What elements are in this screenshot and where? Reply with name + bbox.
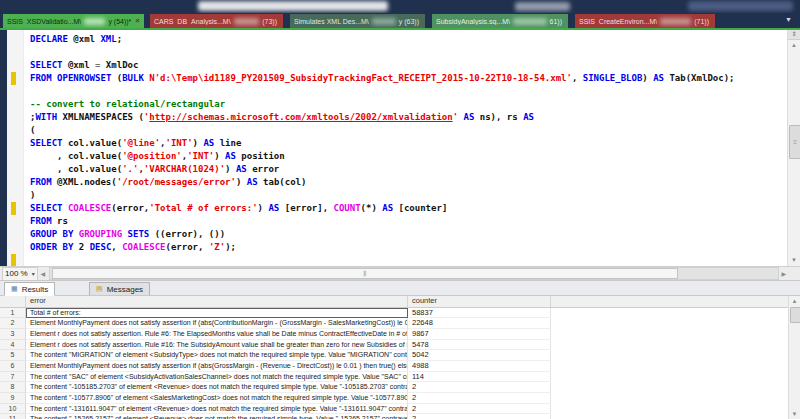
error-cell[interactable]: Element r does not satisfy assertion. Ru… [26, 340, 408, 351]
redacted-text [372, 18, 396, 25]
error-column-header[interactable]: error [26, 296, 408, 307]
document-tab-2[interactable]: CARS_DB_Analysis...M\(73)) [150, 14, 283, 28]
row-number-cell[interactable]: 4 [0, 340, 26, 351]
error-cell[interactable]: Element r does not satisfy assertion. Ru… [26, 329, 408, 340]
close-icon[interactable]: × [135, 17, 140, 25]
code-line-18[interactable] [23, 254, 786, 266]
splitter-handle-icon[interactable]: ⇕ [788, 30, 800, 40]
row-number-cell[interactable]: 3 [0, 329, 26, 340]
table-row-1: 1Total # of errors:58837 [0, 308, 800, 319]
row-number-cell[interactable]: 11 [0, 414, 26, 419]
counter-cell[interactable]: 2 [408, 382, 551, 393]
code-line-16[interactable]: GROUP BY GROUPING SETS ((error), ()) [23, 228, 786, 241]
editor-bottom-bar: 100 % ▾ ◀ ⦀ ▶ [0, 266, 800, 280]
counter-cell[interactable]: 2 [408, 414, 551, 419]
editor-vertical-scrollbar[interactable]: ⇕ ▲ ≡ ▼ [787, 30, 800, 266]
sql-code-editor[interactable]: DECLARE @xml XML;SELECT @xml = XmlDocFRO… [0, 30, 800, 266]
error-cell[interactable]: The content "-15265.2157" of element <Re… [26, 414, 408, 419]
zoom-dropdown-caret-icon[interactable]: ▾ [32, 270, 35, 277]
table-row-8: 8The content "-105185.2703" of element <… [0, 382, 800, 393]
scroll-right-icon[interactable]: ▶ [779, 270, 789, 277]
code-line-10[interactable]: , col.value('@position','INT') AS positi… [23, 150, 786, 163]
error-cell[interactable]: The content "MIGRATION" of element <Subs… [26, 350, 408, 361]
code-line-13[interactable]: ) [23, 189, 786, 202]
grid-vertical-scrollbar[interactable]: ▲ ▼ [788, 296, 800, 419]
error-cell[interactable]: The content "-105185.2703" of element <R… [26, 382, 408, 393]
code-line-17[interactable]: ORDER BY 2 DESC, COALESCE(error, 'Z'); [23, 241, 786, 254]
code-line-5[interactable] [23, 85, 786, 98]
error-cell[interactable]: The content "-10577.8906" of element <Sa… [26, 393, 408, 404]
tab-suffix: 61)) [550, 18, 562, 25]
grid-rows: 1Total # of errors:588372Element Monthly… [0, 308, 800, 419]
messages-icon: ▤ [96, 285, 103, 293]
grid-scrollbar-thumb[interactable] [790, 307, 800, 323]
change-tracking-bar [11, 254, 16, 266]
code-line-9[interactable]: SELECT col.value('@line','INT') AS line [23, 137, 786, 150]
counter-cell[interactable]: 4988 [408, 361, 551, 372]
document-tab-5[interactable]: SSIS_CreateEnviron...M\(71)) [575, 14, 715, 28]
code-line-12[interactable]: FROM @XML.nodes('/root/messages/error') … [23, 176, 786, 189]
zoom-level-control[interactable]: 100 % ▾ [2, 267, 38, 281]
table-row-2: 2Element MonthlyPayment does not satisfy… [0, 318, 800, 329]
redaction-blur [688, 1, 793, 11]
code-line-2[interactable] [23, 46, 786, 59]
code-line-4[interactable]: FROM OPENROWSET (BULK N'd:\Temp\id1189_P… [23, 72, 786, 85]
grid-scroll-up-icon[interactable]: ▲ [789, 296, 800, 306]
error-cell[interactable]: Element MonthlyPayment does not satisfy … [26, 318, 408, 329]
counter-cell[interactable]: 5042 [408, 350, 551, 361]
code-line-14[interactable]: SELECT COALESCE(error,'Total # of errors… [23, 202, 786, 215]
grid-header-row: error counter [0, 296, 800, 308]
counter-cell[interactable]: 9867 [408, 329, 551, 340]
document-tab-1[interactable]: SSIS_XSDValidatio...M\y (54))*× [3, 14, 144, 28]
code-line-11[interactable]: , col.value('.','VARCHAR(1024)') AS erro… [23, 163, 786, 176]
code-line-7[interactable]: ;WITH XMLNAMESPACES ('http://schemas.mic… [23, 111, 786, 124]
editor-scrollbar-thumb[interactable]: ≡ [789, 125, 800, 159]
results-tab-strip: ▦ Results ▤ Messages [0, 280, 800, 295]
redaction-blur [515, 2, 570, 11]
row-number-cell[interactable]: 7 [0, 372, 26, 383]
editor-horizontal-scrollbar[interactable]: ⦀ [49, 267, 779, 280]
row-number-cell[interactable]: 2 [0, 318, 26, 329]
header-filler [551, 296, 800, 307]
counter-cell[interactable]: 2 [408, 393, 551, 404]
tab-suffix: (71)) [694, 18, 709, 25]
messages-tab-label: Messages [107, 285, 143, 294]
counter-cell[interactable]: 5478 [408, 340, 551, 351]
error-cell[interactable]: The content "-131611.9047" of element <R… [26, 404, 408, 415]
code-line-15[interactable]: FROM rs [23, 215, 786, 228]
scroll-left-icon[interactable]: ◀ [38, 270, 48, 277]
tab-suffix: (73)) [262, 18, 277, 25]
document-tab-4[interactable]: SubsidyAnalysis.sq...M\61)) [432, 14, 568, 28]
row-number-cell[interactable]: 6 [0, 361, 26, 372]
code-line-1[interactable]: DECLARE @xml XML; [23, 33, 786, 46]
code-line-3[interactable]: SELECT @xml = XmlDoc [23, 59, 786, 72]
redaction-blur [198, 1, 388, 11]
counter-column-header[interactable]: counter [408, 296, 551, 307]
code-line-6[interactable]: -- convert to relational/rectangular [23, 98, 786, 111]
row-number-cell[interactable]: 8 [0, 382, 26, 393]
counter-cell[interactable]: 114 [408, 372, 551, 383]
table-row-4: 4Element r does not satisfy assertion. R… [0, 340, 800, 351]
grid-scroll-down-icon[interactable]: ▼ [789, 409, 800, 419]
document-tab-3[interactable]: Simulates XML Des...M\y (63)) [290, 14, 425, 28]
tab-messages[interactable]: ▤ Messages [89, 282, 150, 296]
tab-label: SSIS_CreateEnviron...M\ [579, 18, 657, 25]
row-number-cell[interactable]: 5 [0, 350, 26, 361]
row-number-column-header[interactable] [0, 296, 26, 307]
error-cell[interactable]: Element MonthlyPayment does not satisfy … [26, 361, 408, 372]
counter-cell[interactable]: 2 [408, 404, 551, 415]
code-line-8[interactable]: ( [23, 124, 786, 137]
row-number-cell[interactable]: 9 [0, 393, 26, 404]
tab-overflow-icon[interactable]: ▼ [785, 16, 792, 23]
tab-results[interactable]: ▦ Results [4, 282, 55, 296]
counter-cell[interactable]: 58837 [408, 308, 551, 319]
error-cell[interactable]: The content "SAC" of element <SubsidyAct… [26, 372, 408, 383]
editor-left-strip [0, 30, 7, 266]
scroll-up-icon[interactable]: ▲ [788, 40, 800, 51]
counter-cell[interactable]: 22648 [408, 318, 551, 329]
horizontal-scrollbar-thumb[interactable]: ⦀ [52, 268, 678, 279]
row-number-cell[interactable]: 1 [0, 308, 26, 319]
error-cell[interactable]: Total # of errors: [26, 308, 408, 319]
scroll-down-icon[interactable]: ▼ [788, 255, 800, 266]
row-number-cell[interactable]: 10 [0, 404, 26, 415]
